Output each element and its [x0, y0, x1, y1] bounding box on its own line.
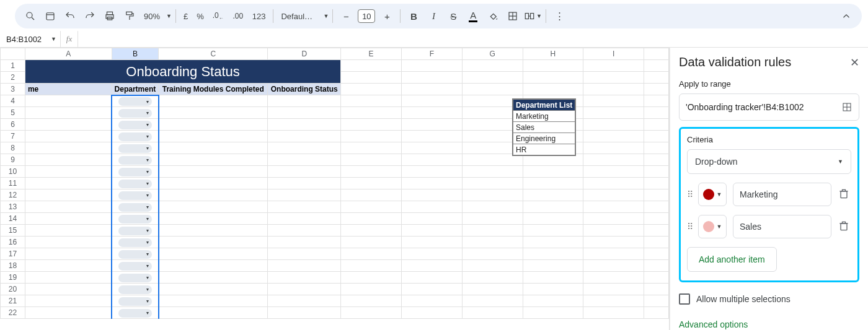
- bold-button[interactable]: B: [404, 7, 423, 25]
- cell[interactable]: [462, 201, 523, 213]
- cell[interactable]: [159, 284, 268, 295]
- drag-handle-icon[interactable]: ⠿: [687, 222, 692, 232]
- dropdown-chip[interactable]: [118, 97, 152, 106]
- cell[interactable]: [583, 154, 644, 166]
- row-header[interactable]: 15: [1, 225, 25, 237]
- cell[interactable]: [341, 131, 402, 142]
- cell[interactable]: [268, 107, 341, 119]
- cell[interactable]: [402, 284, 463, 295]
- dropdown-cell[interactable]: [112, 272, 159, 284]
- delete-icon[interactable]: [838, 188, 851, 202]
- option-value-input[interactable]: Sales: [733, 215, 831, 238]
- cell[interactable]: [644, 248, 669, 260]
- cell[interactable]: [583, 284, 644, 295]
- col-header[interactable]: H: [523, 48, 583, 60]
- dropdown-chip[interactable]: [118, 297, 152, 306]
- cell[interactable]: [268, 284, 341, 295]
- cell[interactable]: [644, 284, 669, 295]
- cell[interactable]: [341, 107, 402, 119]
- dropdown-chip[interactable]: [118, 168, 152, 176]
- row-header[interactable]: 20: [1, 284, 25, 295]
- borders-button[interactable]: [503, 7, 522, 25]
- range-select-icon[interactable]: [841, 102, 852, 113]
- cell[interactable]: [523, 248, 583, 260]
- cell[interactable]: [644, 201, 669, 213]
- cell[interactable]: [402, 225, 463, 237]
- cell[interactable]: [462, 213, 523, 225]
- col-header[interactable]: I: [583, 48, 644, 60]
- cell[interactable]: [523, 237, 583, 248]
- cell[interactable]: [159, 225, 268, 237]
- advanced-options-link[interactable]: Advanced options: [679, 319, 859, 329]
- cell[interactable]: [523, 307, 583, 319]
- col-header[interactable]: E: [341, 48, 402, 60]
- cell[interactable]: [462, 178, 523, 189]
- cell[interactable]: [25, 307, 112, 319]
- cell[interactable]: [402, 295, 463, 307]
- dropdown-cell[interactable]: [112, 284, 159, 295]
- cell[interactable]: [402, 95, 463, 107]
- cell[interactable]: [268, 131, 341, 142]
- col-header[interactable]: C: [159, 48, 268, 60]
- cell[interactable]: [523, 201, 583, 213]
- cell[interactable]: [159, 248, 268, 260]
- dept-list-item[interactable]: HR: [513, 144, 575, 155]
- cell[interactable]: [644, 166, 669, 178]
- cell[interactable]: [583, 107, 644, 119]
- cell[interactable]: [159, 201, 268, 213]
- cell[interactable]: [402, 154, 463, 166]
- cell[interactable]: [644, 295, 669, 307]
- dropdown-cell[interactable]: [112, 154, 159, 166]
- department-list-table[interactable]: Department List Marketing Sales Engineer…: [512, 98, 576, 156]
- dropdown-chip[interactable]: [118, 156, 152, 165]
- cell[interactable]: [268, 201, 341, 213]
- close-icon[interactable]: ✕: [850, 56, 859, 69]
- dropdown-chip[interactable]: [118, 274, 152, 282]
- add-item-button[interactable]: Add another item: [687, 247, 777, 272]
- cell[interactable]: [402, 307, 463, 319]
- cell[interactable]: [644, 95, 669, 107]
- cell[interactable]: Department: [112, 84, 159, 95]
- cell[interactable]: [341, 166, 402, 178]
- cell[interactable]: [341, 95, 402, 107]
- increase-decimal-button[interactable]: .00: [229, 7, 247, 25]
- row-header[interactable]: 2: [1, 72, 25, 84]
- col-header[interactable]: B: [112, 48, 159, 60]
- dropdown-chip[interactable]: [118, 215, 152, 224]
- cell[interactable]: [268, 189, 341, 201]
- cell[interactable]: [268, 295, 341, 307]
- criteria-type-select[interactable]: Drop-down ▼: [687, 149, 851, 174]
- row-header[interactable]: 12: [1, 189, 25, 201]
- currency-button[interactable]: £: [180, 12, 192, 21]
- option-color-select[interactable]: ▼: [698, 183, 727, 206]
- cell[interactable]: [268, 166, 341, 178]
- cell[interactable]: [268, 154, 341, 166]
- cell[interactable]: [25, 166, 112, 178]
- cell[interactable]: [583, 260, 644, 272]
- cell[interactable]: [583, 295, 644, 307]
- cell[interactable]: [644, 119, 669, 131]
- dropdown-chip[interactable]: [118, 191, 152, 200]
- strike-button[interactable]: S: [444, 7, 463, 25]
- dropdown-chip[interactable]: [118, 144, 152, 153]
- cell[interactable]: Onboarding Status: [268, 84, 341, 95]
- cell[interactable]: [268, 95, 341, 107]
- dept-list-item[interactable]: Marketing: [513, 111, 575, 122]
- dropdown-chip[interactable]: [118, 262, 152, 271]
- cell[interactable]: [583, 272, 644, 284]
- cell[interactable]: [644, 107, 669, 119]
- cell[interactable]: [25, 225, 112, 237]
- row-header[interactable]: 8: [1, 142, 25, 154]
- name-box[interactable]: B4:B1002 ▼: [0, 31, 61, 47]
- row-header[interactable]: 21: [1, 295, 25, 307]
- cell[interactable]: [268, 307, 341, 319]
- percent-button[interactable]: %: [193, 12, 208, 21]
- cell[interactable]: [523, 166, 583, 178]
- row-header[interactable]: 7: [1, 131, 25, 142]
- cell[interactable]: [159, 178, 268, 189]
- cell[interactable]: [25, 178, 112, 189]
- cell[interactable]: [583, 178, 644, 189]
- cell[interactable]: [402, 237, 463, 248]
- font-size-input[interactable]: 10: [358, 9, 375, 23]
- search-icon[interactable]: [21, 7, 40, 25]
